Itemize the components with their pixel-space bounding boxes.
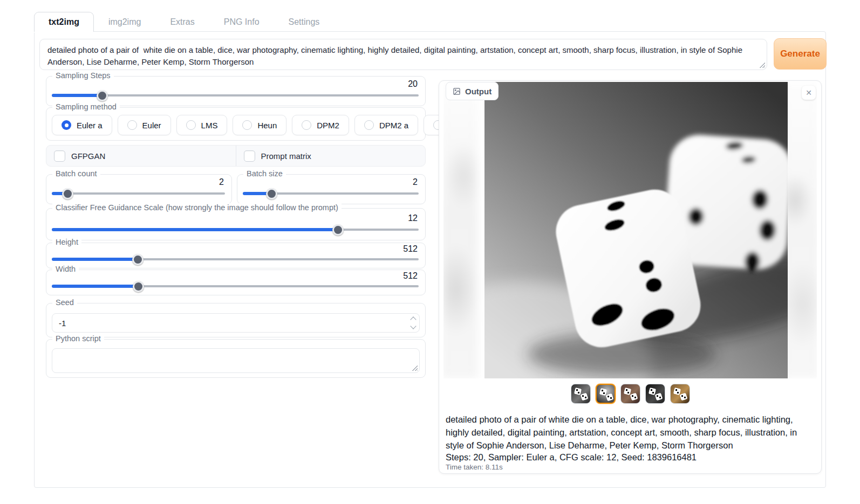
mini-die-icon xyxy=(679,392,687,401)
tab-txt2img[interactable]: txt2img xyxy=(34,12,94,32)
slider-handle[interactable] xyxy=(132,254,144,265)
slider-handle[interactable] xyxy=(332,224,344,236)
batch-size-label: Batch size xyxy=(243,169,286,178)
checkbox-icon xyxy=(54,150,65,162)
output-chip: Output xyxy=(446,82,499,100)
mini-die-icon xyxy=(599,388,607,396)
sampling-method-option-lms[interactable]: LMS xyxy=(176,115,228,135)
python-script-input[interactable] xyxy=(52,349,419,372)
mini-die-icon xyxy=(630,392,638,401)
app-root: txt2img img2img Extras PNG Info Settings… xyxy=(0,0,860,504)
radio-icon xyxy=(127,120,137,130)
mini-die-icon xyxy=(673,388,681,396)
width-slider[interactable] xyxy=(52,281,419,292)
slider-fill xyxy=(52,228,338,231)
output-thumbnail-2[interactable] xyxy=(596,384,616,404)
options-panel: GFPGAN Prompt matrix xyxy=(46,145,426,167)
slider-handle[interactable] xyxy=(266,188,277,199)
width-label: Width xyxy=(52,265,79,273)
radio-label: Heun xyxy=(257,121,277,130)
radio-label: DPM2 xyxy=(317,121,339,130)
thumbnail-strip xyxy=(439,384,821,404)
radio-icon xyxy=(62,120,71,130)
prompt-input[interactable]: detailed photo of a pair of white die on… xyxy=(40,39,767,70)
tab-bar: txt2img img2img Extras PNG Info Settings xyxy=(34,12,334,32)
seed-label: Seed xyxy=(52,298,77,307)
height-slider[interactable] xyxy=(52,254,419,265)
gfpgan-checkbox[interactable]: GFPGAN xyxy=(46,146,236,166)
python-script-box xyxy=(52,348,420,373)
output-label: Output xyxy=(465,87,492,96)
mini-die-icon xyxy=(623,388,631,396)
generate-button[interactable]: Generate xyxy=(774,38,827,70)
height-label: Height xyxy=(52,238,81,246)
stepper-down-icon[interactable] xyxy=(410,323,416,329)
tab-png-info[interactable]: PNG Info xyxy=(209,12,274,32)
tab-settings[interactable]: Settings xyxy=(274,12,335,32)
prompt-box: detailed photo of a pair of white die on… xyxy=(39,39,767,70)
slider-handle[interactable] xyxy=(133,281,144,292)
sampling-method-option-dpm2[interactable]: DPM2 xyxy=(292,115,349,135)
sampling-steps-group: Sampling Steps 20 xyxy=(46,76,426,106)
mini-die-icon xyxy=(654,392,663,401)
slider-fill xyxy=(52,94,102,97)
sampling-steps-value: 20 xyxy=(408,79,418,89)
radio-icon xyxy=(364,120,374,130)
python-script-group: Python script xyxy=(46,339,426,378)
python-script-label: Python script xyxy=(52,334,104,343)
image-blur-left xyxy=(443,82,478,378)
output-thumbnail-4[interactable] xyxy=(645,384,665,404)
slider-fill xyxy=(52,258,138,261)
close-output-button[interactable]: ✕ xyxy=(802,86,816,100)
mini-die-icon xyxy=(574,388,582,396)
sampling-method-label: Sampling method xyxy=(52,102,120,111)
generated-image-dice[interactable] xyxy=(484,82,788,378)
mini-die-icon xyxy=(605,393,613,401)
cfg-scale-slider[interactable] xyxy=(52,224,419,235)
seed-input[interactable] xyxy=(52,314,419,332)
tab-img2img[interactable]: img2img xyxy=(94,12,155,32)
image-icon xyxy=(453,87,461,95)
output-thumbnail-3[interactable] xyxy=(620,384,640,404)
output-params: Steps: 20, Sampler: Euler a, CFG scale: … xyxy=(446,451,815,464)
seed-stepper[interactable] xyxy=(411,317,415,328)
output-caption: detailed photo of a pair of white die on… xyxy=(446,413,815,452)
slider-handle[interactable] xyxy=(62,188,73,199)
output-thumbnail-5[interactable] xyxy=(670,384,690,404)
slider-fill xyxy=(52,285,138,288)
output-time-taken: Time taken: 8.11s xyxy=(446,463,503,471)
batch-count-value: 2 xyxy=(219,177,224,187)
batch-size-slider[interactable] xyxy=(243,188,419,199)
radio-label: DPM2 a xyxy=(379,121,408,130)
radio-label: LMS xyxy=(201,121,218,130)
radio-icon xyxy=(302,120,311,130)
tab-extras[interactable]: Extras xyxy=(155,12,209,32)
batch-count-slider[interactable] xyxy=(52,188,225,199)
sampling-method-option-euler-a[interactable]: Euler a xyxy=(52,115,112,135)
radio-label: Euler a xyxy=(77,121,103,130)
prompt-matrix-checkbox[interactable]: Prompt matrix xyxy=(236,146,426,166)
width-group: Width 512 xyxy=(46,270,426,295)
sampling-method-option-heun[interactable]: Heun xyxy=(233,115,286,135)
radio-label: Euler xyxy=(142,121,161,130)
mini-die-icon xyxy=(648,388,656,396)
sampling-method-option-euler[interactable]: Euler xyxy=(118,115,171,135)
gfpgan-label: GFPGAN xyxy=(71,151,105,161)
seed-group: Seed xyxy=(46,303,426,337)
stepper-up-icon[interactable] xyxy=(410,316,416,322)
height-group: Height 512 xyxy=(46,243,426,268)
cfg-scale-label: Classifier Free Guidance Scale (how stro… xyxy=(52,203,342,212)
cfg-scale-group: Classifier Free Guidance Scale (how stro… xyxy=(46,208,426,240)
height-value: 512 xyxy=(403,244,418,254)
sampling-steps-slider[interactable] xyxy=(52,90,419,101)
slider-handle[interactable] xyxy=(97,90,108,101)
batch-count-label: Batch count xyxy=(52,169,100,178)
radio-icon xyxy=(242,120,252,130)
prompt-matrix-label: Prompt matrix xyxy=(261,151,311,161)
checkbox-icon xyxy=(244,150,255,162)
batch-size-value: 2 xyxy=(413,177,418,187)
sampling-method-option-dpm2-a[interactable]: DPM2 a xyxy=(354,115,418,135)
output-thumbnail-1[interactable] xyxy=(571,384,591,404)
sampling-method-group: Sampling method Euler aEulerLMSHeunDPM2D… xyxy=(46,107,426,141)
mini-die-icon xyxy=(580,392,588,401)
